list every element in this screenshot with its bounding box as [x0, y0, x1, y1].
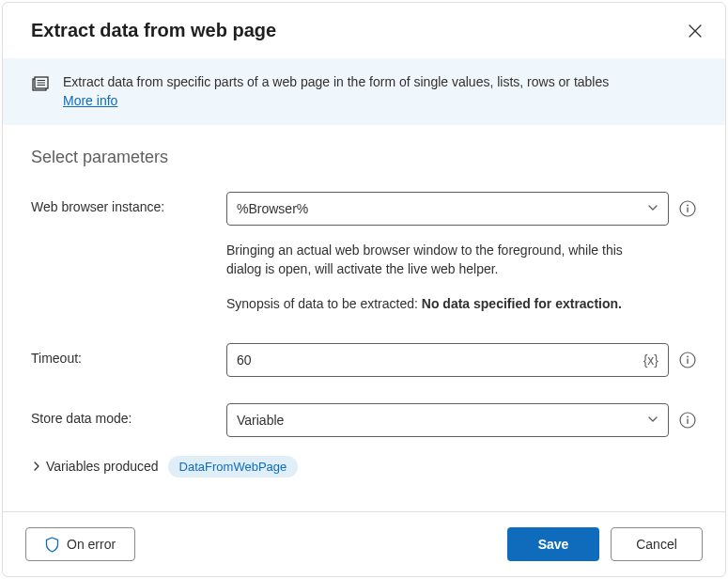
- info-icon: [679, 412, 696, 429]
- timeout-label: Timeout:: [31, 343, 226, 366]
- field-store: Store data mode: Variable: [31, 403, 697, 437]
- info-icon: [679, 352, 696, 368]
- cancel-button[interactable]: Cancel: [611, 527, 703, 561]
- dialog-content: Select parameters Web browser instance: …: [3, 125, 725, 511]
- info-icon: [679, 200, 696, 217]
- close-icon: [689, 24, 702, 38]
- variable-token-icon[interactable]: {x}: [643, 352, 658, 368]
- shield-icon: [45, 537, 59, 553]
- store-select[interactable]: Variable: [226, 403, 669, 437]
- info-banner: Extract data from specific parts of a we…: [3, 58, 725, 125]
- synopsis-bold: No data specified for extraction.: [422, 296, 622, 311]
- field-browser: Web browser instance: %Browser%: [31, 192, 697, 226]
- dialog-footer: On error Save Cancel: [3, 511, 725, 576]
- field-timeout: Timeout: 60 {x}: [31, 343, 697, 377]
- save-label: Save: [538, 537, 569, 552]
- extract-data-dialog: Extract data from web page Extract data …: [2, 2, 726, 577]
- svg-rect-10: [687, 358, 688, 363]
- store-value: Variable: [237, 413, 284, 428]
- extract-icon: [31, 75, 50, 97]
- banner-text-wrap: Extract data from specific parts of a we…: [63, 73, 609, 110]
- synopsis-row: Synopsis of data to be extracted: No dat…: [226, 296, 659, 311]
- svg-rect-13: [687, 418, 688, 423]
- timeout-input[interactable]: 60 {x}: [226, 343, 669, 377]
- svg-point-9: [687, 355, 689, 357]
- variables-label: Variables produced: [46, 459, 159, 474]
- timeout-info-button[interactable]: [678, 351, 697, 369]
- chevron-down-icon: [647, 413, 658, 428]
- close-button[interactable]: [688, 23, 703, 39]
- dialog-header: Extract data from web page: [3, 3, 725, 58]
- browser-info-button[interactable]: [678, 199, 697, 218]
- more-info-link[interactable]: More info: [63, 93, 117, 108]
- chevron-right-icon: [31, 461, 42, 472]
- svg-point-6: [687, 205, 689, 207]
- svg-rect-7: [687, 208, 688, 212]
- chevron-down-icon: [647, 201, 658, 216]
- dialog-title: Extract data from web page: [31, 20, 276, 41]
- browser-label: Web browser instance:: [31, 192, 226, 214]
- browser-select[interactable]: %Browser%: [226, 192, 669, 226]
- variable-chip[interactable]: DataFromWebPage: [168, 456, 299, 477]
- synopsis-prefix: Synopsis of data to be extracted:: [226, 296, 422, 311]
- save-button[interactable]: Save: [507, 527, 599, 561]
- svg-point-12: [687, 415, 689, 417]
- timeout-value: 60: [237, 352, 252, 368]
- store-info-button[interactable]: [678, 411, 697, 430]
- section-title: Select parameters: [31, 148, 697, 167]
- variables-toggle[interactable]: Variables produced: [31, 459, 159, 474]
- banner-text: Extract data from specific parts of a we…: [63, 74, 609, 89]
- browser-value: %Browser%: [237, 201, 308, 216]
- variables-produced-row: Variables produced DataFromWebPage: [31, 456, 697, 477]
- store-label: Store data mode:: [31, 403, 226, 426]
- cancel-label: Cancel: [636, 537, 677, 552]
- browser-help: Bringing an actual web browser window to…: [226, 241, 659, 279]
- on-error-label: On error: [67, 537, 116, 552]
- on-error-button[interactable]: On error: [25, 527, 135, 561]
